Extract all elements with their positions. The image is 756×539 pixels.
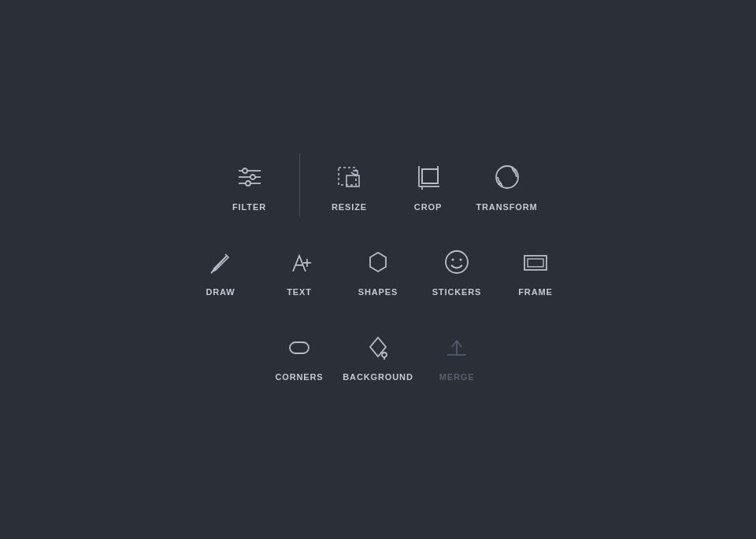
merge-label: MERGE [439,372,475,382]
shapes-tool[interactable]: SHAPES [343,235,413,305]
shapes-label: SHAPES [358,287,398,297]
filter-label: FILTER [232,202,266,212]
svg-point-4 [250,175,255,179]
draw-label: DRAW [206,287,235,297]
svg-marker-21 [370,253,386,271]
merge-tool[interactable]: MERGE [421,320,492,389]
transform-tool[interactable]: TRANSFORM [472,150,543,220]
filter-tool[interactable]: FILTER [214,150,285,220]
filter-icon [231,158,269,196]
corners-icon [280,328,318,366]
corners-label: CORNERS [275,372,323,382]
toolbar-divider [299,153,300,216]
svg-line-17 [211,271,213,273]
merge-icon [438,328,476,366]
svg-rect-27 [290,342,309,353]
background-label: BACKGROUND [343,372,413,382]
shapes-icon [359,243,397,281]
toolbar-row-3: CORNERS BACKGROUND [264,320,492,389]
transform-icon [488,158,526,196]
toolbar-row-1: FILTER RESIZE [214,150,543,220]
resize-icon [331,158,369,196]
svg-rect-26 [528,259,543,267]
stickers-tool[interactable]: STICKERS [421,235,492,305]
text-tool[interactable]: TEXT [264,235,335,305]
svg-point-3 [243,168,247,173]
toolbar-container: FILTER RESIZE [185,150,571,389]
frame-label: FRAME [518,287,553,297]
frame-icon [517,243,554,281]
stickers-label: STICKERS [432,287,482,297]
resize-label: RESIZE [332,202,367,212]
corners-tool[interactable]: CORNERS [264,320,335,389]
svg-rect-11 [422,169,438,183]
svg-point-28 [382,353,387,357]
toolbar-row-2: DRAW TEXT SHAPES [185,235,571,305]
crop-label: CROP [414,202,442,212]
svg-point-5 [246,181,250,186]
text-icon [280,243,318,281]
crop-icon [410,158,447,196]
background-icon [359,328,397,366]
crop-tool[interactable]: CROP [393,150,464,220]
frame-tool[interactable]: FRAME [500,235,571,305]
background-tool[interactable]: BACKGROUND [343,320,413,389]
draw-tool[interactable]: DRAW [185,235,256,305]
svg-point-23 [452,258,454,260]
svg-point-14 [496,166,518,188]
text-label: TEXT [287,287,312,297]
svg-point-22 [446,251,468,273]
stickers-icon [438,243,476,281]
transform-label: TRANSFORM [476,202,537,212]
svg-point-24 [460,258,462,260]
draw-icon [202,243,239,281]
resize-tool[interactable]: RESIZE [314,150,385,220]
